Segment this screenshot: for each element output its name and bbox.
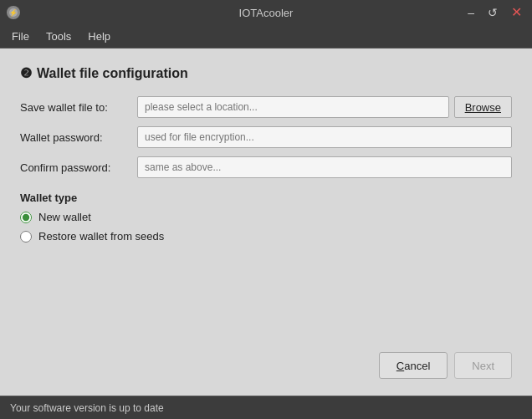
confirm-password-label: Confirm password: [20, 161, 137, 174]
menu-item-tools[interactable]: Tools [38, 27, 79, 46]
browse-button[interactable]: Browse [454, 96, 512, 118]
wallet-password-label: Wallet password: [20, 131, 137, 144]
title-bar-controls: – ↺ ✕ [464, 4, 525, 21]
radio-new-wallet[interactable] [20, 212, 32, 223]
radio-restore-wallet-row: Restore wallet from seeds [20, 230, 512, 243]
menu-bar: File Tools Help [0, 25, 532, 49]
section-title: ❷ Wallet file configuration [20, 65, 512, 81]
save-wallet-input[interactable] [137, 96, 449, 118]
radio-restore-wallet-label: Restore wallet from seeds [38, 230, 164, 243]
title-bar: ⚡ IOTAcooler – ↺ ✕ [0, 0, 532, 25]
radio-new-wallet-row: New wallet [20, 211, 512, 223]
wallet-password-input[interactable] [137, 126, 512, 148]
svg-text:⚡: ⚡ [9, 8, 18, 17]
cancel-rest: ancel [404, 360, 430, 372]
browse-button-label: Browse [465, 101, 501, 114]
status-bar: Your software version is up to date [0, 396, 532, 419]
status-text: Your software version is up to date [10, 402, 164, 414]
wallet-type-heading: Wallet type [20, 192, 512, 204]
radio-new-wallet-label: New wallet [38, 211, 91, 223]
confirm-password-row: Confirm password: [20, 156, 512, 178]
restore-button[interactable]: ↺ [484, 5, 501, 20]
app-icon: ⚡ [7, 6, 20, 19]
radio-restore-wallet[interactable] [20, 231, 32, 243]
window-title: IOTAcooler [239, 7, 294, 19]
menu-item-help[interactable]: Help [79, 27, 119, 46]
save-wallet-label: Save wallet file to: [20, 101, 137, 114]
minimize-button[interactable]: – [464, 5, 478, 20]
wallet-password-row: Wallet password: [20, 126, 512, 148]
cancel-button[interactable]: Cancel [379, 352, 448, 379]
next-button[interactable]: Next [454, 352, 512, 379]
close-button[interactable]: ✕ [508, 4, 525, 21]
main-content: ❷ Wallet file configuration Save wallet … [0, 49, 532, 396]
save-wallet-row: Save wallet file to: Browse [20, 96, 512, 118]
confirm-password-input[interactable] [137, 156, 512, 178]
step-number: ❷ [20, 65, 32, 81]
section-heading: Wallet file configuration [37, 66, 188, 81]
cancel-underline: C [396, 360, 404, 372]
button-row: Cancel Next [20, 344, 512, 379]
menu-item-file[interactable]: File [3, 27, 38, 46]
title-bar-left: ⚡ [7, 6, 20, 19]
